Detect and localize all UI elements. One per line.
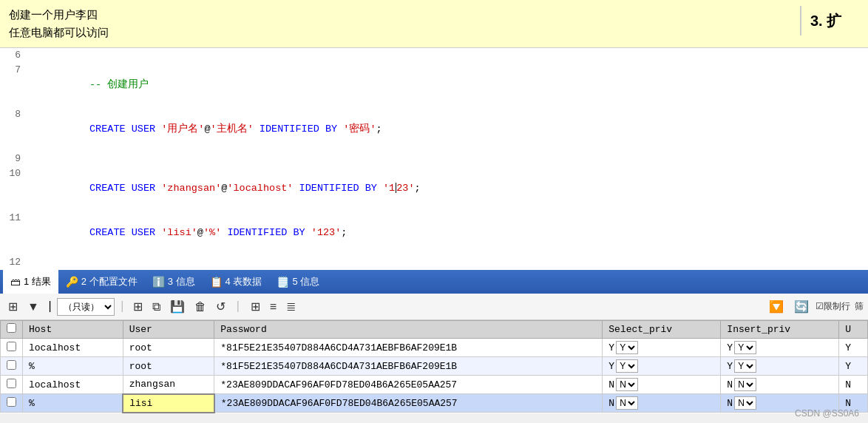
col-host: Host: [23, 321, 123, 339]
tab-info2-label: 5 信息: [292, 275, 319, 288]
delete-button[interactable]: 🗑: [191, 298, 210, 316]
row1-select-priv: YYN: [603, 339, 721, 357]
tab-result[interactable]: 🗃 1 结果: [3, 270, 58, 294]
code-line-12: 12: [0, 255, 868, 270]
row3-checkbox[interactable]: [7, 379, 16, 388]
row4-insert-priv-select[interactable]: NY: [734, 396, 756, 410]
code-line-6: 6: [0, 48, 868, 63]
row1-user[interactable]: root: [123, 339, 214, 357]
refresh2-button[interactable]: 🔄: [790, 297, 813, 316]
col-checkbox: [1, 321, 23, 339]
line-number-9: 9: [0, 152, 30, 166]
col-select-priv: Select_priv: [603, 321, 721, 339]
info2-icon: 🗒️: [277, 276, 289, 288]
row4-checkbox[interactable]: [7, 397, 16, 407]
row4-select-priv-select[interactable]: NY: [616, 396, 638, 410]
line-number-11: 11: [0, 211, 30, 226]
code-line-7: 7 -- 创建用户: [0, 63, 868, 107]
table-header: Host User Password Select_priv Insert_pr…: [1, 321, 868, 339]
row3-user[interactable]: zhangsan: [123, 376, 214, 394]
tab-info-label: 3 信息: [168, 275, 195, 288]
tabledata-icon: 📋: [210, 276, 223, 288]
row2-user[interactable]: root: [123, 357, 214, 376]
tab-config[interactable]: 🔑 2 个配置文件: [58, 270, 145, 294]
table-row: % lisi *23AE809DDACAF96AF0FD78ED04B6A265…: [1, 394, 868, 413]
row4-checkbox-cell: [1, 394, 23, 413]
toolbar: ⊞ ▼ | （只读） | ⊞ ⧉ 💾 🗑 ↺ | ⊞ ≡ ≣ 🔽 🔄 ☑限制行 …: [0, 294, 868, 320]
table-body: localhost root *81F5E21E35407D884A6CD4A7…: [1, 339, 868, 413]
tab-tabledata[interactable]: 📋 4 表数据: [203, 270, 270, 294]
form-view-button[interactable]: ≡: [266, 298, 280, 316]
tab-config-label: 2 个配置文件: [81, 275, 138, 288]
col-password: Password: [214, 321, 603, 339]
row4-password: *23AE809DDACAF96AF0FD78ED04B6A265E05AA25…: [214, 394, 603, 413]
row2-checkbox-cell: [1, 357, 23, 376]
grid-view-button[interactable]: ⊞: [4, 297, 21, 316]
table-view-button[interactable]: ⊞: [247, 297, 264, 316]
row3-insert-priv: NNY: [721, 376, 839, 394]
row2-insert-priv-select[interactable]: YN: [734, 359, 756, 373]
select-all-checkbox[interactable]: [7, 323, 16, 333]
refresh-button[interactable]: ↺: [212, 297, 229, 316]
row2-checkbox[interactable]: [7, 360, 16, 370]
note-line2: 任意电脑都可以访问: [9, 24, 800, 41]
tab-result-label: 1 结果: [24, 275, 51, 288]
row3-u: N: [839, 376, 868, 394]
row4-user[interactable]: lisi: [123, 394, 214, 413]
table-row: % root *81F5E21E35407D884A6CD4A731AEBFB6…: [1, 357, 868, 376]
note-line1: 创建一个用户李四: [9, 6, 800, 24]
line-number-10: 10: [0, 166, 30, 181]
table-row: localhost zhangsan *23AE809DDACAF96AF0FD…: [1, 376, 868, 394]
code-line-11: 11 CREATE USER 'lisi'@'%' IDENTIFIED BY …: [0, 211, 868, 255]
note-text: 创建一个用户李四 任意电脑都可以访问: [9, 6, 800, 41]
config-icon: 🔑: [66, 276, 78, 288]
line-content-10: CREATE USER 'zhangsan'@'localhost' IDENT…: [30, 166, 868, 211]
line-content-8: CREATE USER '用户名'@'主机名' IDENTIFIED BY '密…: [30, 107, 868, 152]
row1-u: Y: [839, 339, 868, 357]
row2-select-priv-select[interactable]: YN: [616, 359, 638, 373]
note-number: 3. 扩: [800, 6, 859, 35]
data-table: Host User Password Select_priv Insert_pr…: [0, 320, 868, 413]
col-insert-priv: Insert_priv: [721, 321, 839, 339]
json-view-button[interactable]: ≣: [282, 297, 299, 316]
row2-select-priv: YYN: [603, 357, 721, 376]
tab-tabledata-label: 4 表数据: [226, 275, 262, 288]
row1-insert-priv-select[interactable]: YN: [734, 341, 756, 354]
row3-insert-priv-select[interactable]: NY: [734, 378, 756, 391]
row1-checkbox[interactable]: [7, 342, 16, 351]
tab-info2[interactable]: 🗒️ 5 信息: [269, 270, 327, 294]
row3-password: *23AE809DDACAF96AF0FD78ED04B6A265E05AA25…: [214, 376, 603, 394]
row3-checkbox-cell: [1, 376, 23, 394]
read-mode-select[interactable]: （只读）: [57, 298, 115, 316]
row3-select-priv-select[interactable]: NY: [616, 378, 638, 391]
code-line-10: 10 CREATE USER 'zhangsan'@'localhost' ID…: [0, 166, 868, 211]
tab-info[interactable]: ℹ️ 3 信息: [145, 270, 203, 294]
line-number-7: 7: [0, 63, 30, 78]
copy-row-button[interactable]: ⧉: [149, 298, 164, 316]
line-content-7: -- 创建用户: [30, 63, 868, 107]
row3-select-priv: NNY: [603, 376, 721, 394]
line-content-11: CREATE USER 'lisi'@'%' IDENTIFIED BY '12…: [30, 211, 868, 255]
row1-password: *81F5E21E35407D884A6CD4A731AEBFB6AF209E1…: [214, 339, 603, 357]
code-editor: 6 7 -- 创建用户 8 CREATE USER '用户名'@'主机名' ID…: [0, 48, 868, 270]
tab-bar: 🗃 1 结果 🔑 2 个配置文件 ℹ️ 3 信息 📋 4 表数据 🗒️ 5 信息: [0, 270, 868, 294]
add-row-button[interactable]: ⊞: [129, 297, 146, 316]
col-user: User: [123, 321, 214, 339]
dropdown-button[interactable]: ▼: [24, 298, 43, 316]
row1-insert-priv: YYN: [721, 339, 839, 357]
watermark-text: CSDN @SS0A6: [795, 408, 859, 419]
toolbar-right: 🔽 🔄 ☑限制行 筛: [765, 297, 864, 316]
row2-u: Y: [839, 357, 868, 376]
row1-select-priv-select[interactable]: YN: [616, 341, 638, 354]
filter-button[interactable]: 🔽: [765, 297, 787, 316]
limit-label: ☑限制行: [816, 300, 850, 313]
note-area: 创建一个用户李四 任意电脑都可以访问 3. 扩: [0, 0, 868, 48]
row-count-label: 筛: [855, 300, 864, 313]
line-number-8: 8: [0, 107, 30, 122]
result-icon: 🗃: [10, 276, 21, 288]
save-button[interactable]: 💾: [166, 297, 189, 316]
row4-host: %: [23, 394, 123, 413]
row2-insert-priv: YYN: [721, 357, 839, 376]
code-line-8: 8 CREATE USER '用户名'@'主机名' IDENTIFIED BY …: [0, 107, 868, 152]
row4-select-priv: NNY: [603, 394, 721, 413]
